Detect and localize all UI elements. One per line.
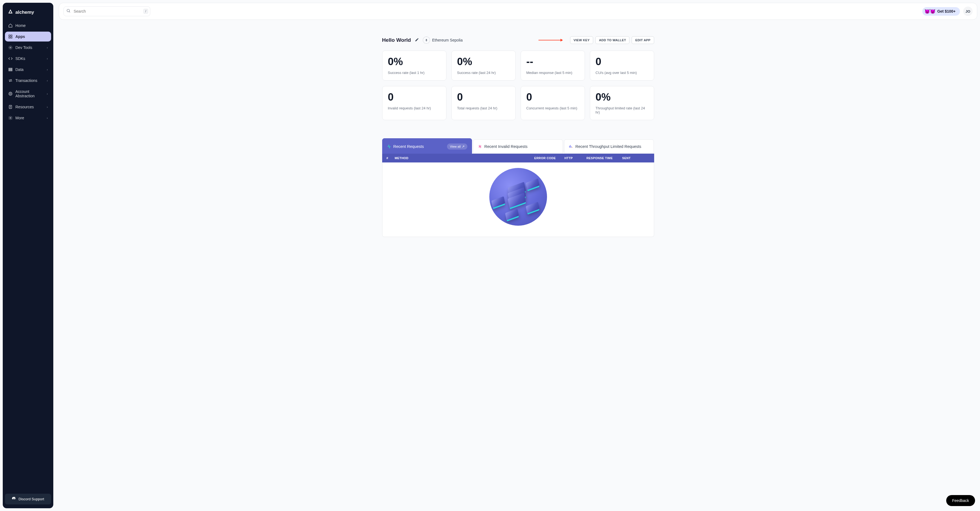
view-key-button[interactable]: VIEW KEY [570, 36, 593, 44]
throughput-icon [569, 144, 573, 149]
svg-rect-7 [9, 70, 12, 71]
col-http: HTTP [565, 156, 587, 160]
sidebar-item-more[interactable]: More › [5, 113, 51, 123]
app-title: Hello World [382, 37, 411, 43]
sidebar-item-label: Dev Tools [15, 45, 32, 50]
sidebar-item-home[interactable]: Home [5, 21, 51, 30]
referral-button[interactable]: 😈😈 Get $100+ [922, 7, 960, 16]
feedback-button[interactable]: Feedback [946, 495, 975, 506]
sidebar-item-label: Account Abstraction [15, 89, 44, 98]
svg-rect-3 [11, 37, 12, 38]
search-shortcut-badge: / [143, 9, 148, 14]
sidebar-item-label: Transactions [15, 78, 37, 83]
sidebar-item-label: Apps [15, 34, 25, 39]
col-index: # [387, 156, 395, 160]
sidebar-item-transactions[interactable]: Transactions › [5, 76, 51, 86]
col-sent: SENT [622, 156, 650, 160]
view-all-button[interactable]: View all ↗ [447, 143, 467, 150]
stat-card: 0% Throughput limited rate (last 24 hr) [590, 86, 654, 120]
sidebar-item-resources[interactable]: Resources › [5, 102, 51, 112]
stat-value: -- [527, 56, 579, 67]
discord-support-button[interactable]: Discord Support [5, 493, 51, 505]
stats-row-1: 0% Success rate (last 1 hr) 0% Success r… [382, 51, 654, 81]
stat-value: 0 [527, 92, 579, 102]
stat-label: CU/s (avg over last 5 min) [596, 71, 648, 75]
discord-label: Discord Support [18, 497, 44, 501]
sidebar-item-data[interactable]: Data › [5, 65, 51, 75]
stat-value: 0 [388, 92, 441, 102]
external-link-icon: ↗ [462, 145, 465, 148]
svg-point-8 [9, 92, 12, 96]
svg-point-11 [10, 117, 11, 118]
chevron-right-icon: › [47, 79, 48, 82]
sidebar-item-label: Resources [15, 105, 34, 109]
svg-rect-2 [9, 37, 10, 38]
apps-icon [8, 34, 13, 39]
referral-label: Get $100+ [937, 9, 956, 13]
transfer-icon [8, 78, 13, 83]
search-icon [66, 8, 71, 14]
chevron-right-icon: › [47, 116, 48, 119]
stat-label: Success rate (last 24 hr) [457, 71, 510, 75]
add-to-wallet-button[interactable]: ADD TO WALLET [595, 36, 630, 44]
chevron-right-icon: › [47, 92, 48, 96]
svg-rect-6 [9, 69, 12, 70]
stat-label: Median response (last 5 min) [527, 71, 579, 75]
stat-card: 0 Invalid requests (last 24 hr) [382, 86, 447, 120]
app-header: Hello World Ethereum Sepolia VIEW KEY AD… [382, 36, 654, 44]
target-icon [8, 92, 13, 96]
search-input[interactable] [64, 6, 150, 16]
chain-name: Ethereum Sepolia [432, 38, 463, 42]
stat-card: 0 CU/s (avg over last 5 min) [590, 51, 654, 81]
sidebar-item-account-abstraction[interactable]: Account Abstraction › [5, 87, 51, 101]
sidebar-item-apps[interactable]: Apps [5, 32, 51, 41]
chevron-right-icon: › [47, 57, 48, 60]
edit-icon[interactable] [415, 38, 419, 43]
svg-point-12 [67, 10, 70, 12]
col-response-time: RESPONSE TIME [587, 156, 622, 160]
svg-point-4 [10, 47, 11, 48]
avatar-initials: JO [966, 10, 970, 13]
gear-icon [8, 116, 13, 120]
sidebar: alchemy Home Apps Dev Tools › SDKs › [3, 3, 53, 508]
sidebar-nav: Home Apps Dev Tools › SDKs › Data › [5, 21, 51, 123]
stat-label: Concurrent requests (last 5 min) [527, 106, 579, 110]
svg-rect-0 [9, 35, 10, 36]
empty-state [382, 162, 654, 237]
sidebar-item-label: Home [15, 23, 25, 28]
doc-icon [8, 105, 13, 109]
stat-value: 0 [596, 56, 648, 67]
tab-invalid-requests[interactable]: Recent Invalid Requests [473, 139, 563, 154]
sidebar-item-devtools[interactable]: Dev Tools › [5, 43, 51, 53]
feedback-label: Feedback [952, 498, 969, 503]
svg-rect-5 [9, 68, 12, 69]
discord-icon [12, 497, 16, 501]
annotation-arrow [538, 39, 563, 41]
tab-label: Recent Invalid Requests [484, 144, 528, 149]
sidebar-item-label: More [15, 116, 24, 120]
stat-card: 0 Concurrent requests (last 5 min) [521, 86, 585, 120]
svg-rect-1 [11, 35, 12, 36]
alchemy-icon [8, 9, 13, 16]
sidebar-item-sdks[interactable]: SDKs › [5, 54, 51, 64]
col-method: METHOD [395, 156, 535, 160]
edit-app-button[interactable]: EDIT APP [632, 36, 654, 44]
sidebar-item-label: Data [15, 67, 24, 72]
chevron-right-icon: › [47, 46, 48, 49]
avatar[interactable]: JO [963, 6, 973, 16]
tab-recent-requests[interactable]: Recent Requests View all ↗ [382, 138, 472, 154]
empty-illustration [489, 168, 547, 226]
tab-label: Recent Requests [393, 144, 424, 149]
tab-throughput-limited[interactable]: Recent Throughput Limited Requests [564, 139, 654, 154]
stat-label: Success rate (last 1 hr) [388, 71, 441, 75]
sidebar-item-label: SDKs [15, 56, 25, 61]
brand-logo[interactable]: alchemy [5, 9, 51, 21]
stat-card: 0 Total requests (last 24 hr) [452, 86, 516, 120]
recent-icon [387, 144, 391, 149]
stat-value: 0% [596, 92, 648, 102]
brand-name: alchemy [15, 10, 34, 15]
stat-card: -- Median response (last 5 min) [521, 51, 585, 81]
chevron-right-icon: › [47, 105, 48, 108]
stat-card: 0% Success rate (last 1 hr) [382, 51, 447, 81]
invalid-icon [478, 144, 482, 149]
